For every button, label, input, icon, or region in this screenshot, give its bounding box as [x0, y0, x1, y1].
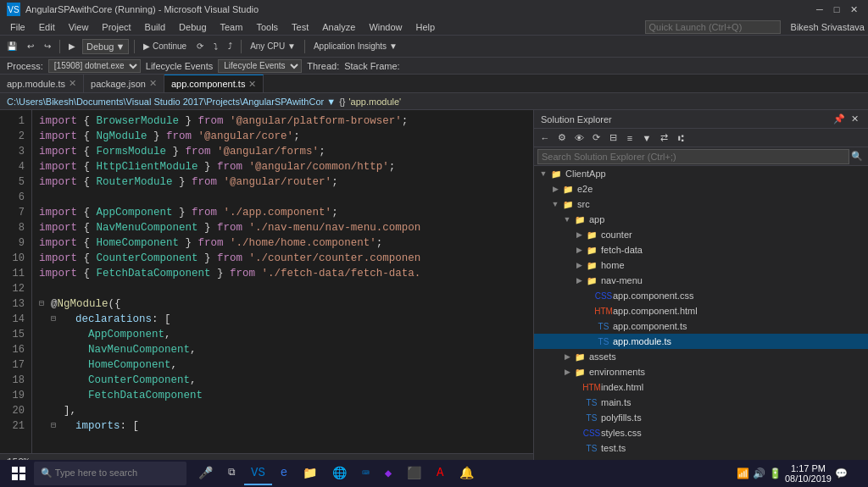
- debug-mode-dropdown[interactable]: Debug ▼: [82, 39, 129, 54]
- tab-app-component[interactable]: app.component.ts ✕: [164, 75, 264, 92]
- menu-help[interactable]: Help: [409, 19, 442, 36]
- tree-item-app-html[interactable]: HTM app.component.html: [534, 303, 868, 318]
- tree-item-test-ts[interactable]: TS test.ts: [534, 440, 868, 456]
- taskbar-explorer[interactable]: 📁: [296, 462, 324, 485]
- taskbar-code[interactable]: ⌨: [355, 462, 376, 485]
- tree-item-app-ts[interactable]: TS app.component.ts: [534, 318, 868, 334]
- taskbar-cortana[interactable]: 🎤: [192, 462, 220, 485]
- taskbar-task-view[interactable]: ⧉: [221, 462, 242, 485]
- line-num-14: 14: [7, 312, 25, 327]
- menu-team[interactable]: Team: [214, 19, 250, 36]
- tree-item-e2e[interactable]: ▶ 📁 e2e: [534, 181, 868, 196]
- se-pin-button[interactable]: 📌: [832, 113, 846, 126]
- se-refresh-button[interactable]: ⟳: [588, 130, 604, 146]
- lifecycle-selector[interactable]: Lifecycle Events: [218, 59, 302, 73]
- tab-close-package-json[interactable]: ✕: [149, 78, 157, 89]
- menu-build[interactable]: Build: [138, 19, 172, 36]
- menu-view[interactable]: View: [62, 19, 96, 36]
- quick-launch-input[interactable]: [645, 20, 781, 34]
- vscode-icon: ⌨: [362, 466, 369, 480]
- menu-edit[interactable]: Edit: [32, 19, 62, 36]
- se-pending-button[interactable]: ≡: [622, 130, 637, 146]
- tree-item-app-css[interactable]: CSS app.component.css: [534, 288, 868, 303]
- tree-item-index-html[interactable]: HTM index.html: [534, 379, 868, 395]
- cortana-icon: 🎤: [198, 466, 213, 480]
- taskbar-purple[interactable]: ◆: [378, 462, 398, 485]
- step-in-button[interactable]: ⤵: [210, 40, 221, 53]
- se-back-button[interactable]: ←: [537, 130, 553, 146]
- se-git-button[interactable]: ⑆: [673, 130, 688, 146]
- code-content[interactable]: import { BrowserModule } from '@angular/…: [32, 110, 533, 453]
- tab-app-module[interactable]: app.module.ts ✕: [0, 75, 84, 92]
- taskbar-search[interactable]: 🔍 Type here to search: [34, 462, 186, 485]
- save-all-button[interactable]: 💾: [3, 40, 20, 53]
- tree-item-app[interactable]: ▼ 📁 app: [534, 212, 868, 227]
- app-insights-button[interactable]: Application Insights ▼: [310, 40, 401, 53]
- tree-item-environments[interactable]: ▶ 📁 environments: [534, 364, 868, 379]
- maximize-button[interactable]: □: [829, 2, 844, 17]
- menu-bar: File Edit View Project Build Debug Team …: [0, 19, 868, 36]
- taskbar-items: 🔍 Type here to search 🎤 ⧉ VS e 📁 🌐 ⌨ ◆ ⬛: [34, 462, 730, 485]
- start-button[interactable]: ▶: [65, 40, 79, 53]
- time-display[interactable]: 1:17 PM 08/10/2019: [785, 463, 832, 484]
- continue-button[interactable]: ▶ Continue: [140, 40, 190, 53]
- tree-item-main-ts[interactable]: TS main.ts: [534, 395, 868, 410]
- tree-item-nav-menu[interactable]: ▶ 📁 nav-menu: [534, 273, 868, 288]
- undo-button[interactable]: ↩: [24, 40, 37, 53]
- tree-item-assets[interactable]: ▶ 📁 assets: [534, 349, 868, 364]
- thread-label: Thread:: [307, 61, 339, 71]
- code-line-10: import { CounterComponent } from './coun…: [39, 251, 526, 266]
- taskbar-cmd[interactable]: ⬛: [400, 462, 428, 485]
- se-search-icon[interactable]: 🔍: [849, 149, 865, 164]
- se-search-input[interactable]: [537, 149, 849, 164]
- menu-analyze[interactable]: Analyze: [315, 19, 362, 36]
- taskbar-adobe[interactable]: A: [430, 462, 450, 485]
- se-show-all-button[interactable]: 👁: [571, 130, 587, 146]
- tree-label-e2e: e2e: [577, 184, 593, 194]
- title-bar: VS AngularSPAwithCore (Running) - Micros…: [0, 0, 868, 19]
- menu-window[interactable]: Window: [362, 19, 409, 36]
- tree-item-src[interactable]: ▼ 📁 src: [534, 196, 868, 212]
- svg-rect-0: [12, 467, 18, 473]
- menu-tools[interactable]: Tools: [249, 19, 285, 36]
- start-button[interactable]: [3, 460, 34, 487]
- tree-item-counter[interactable]: ▶ 📁 counter: [534, 227, 868, 242]
- line-num-2: 2: [7, 129, 25, 144]
- step-out-button[interactable]: ⤴: [225, 40, 236, 53]
- tree-item-fetch-data[interactable]: ▶ 📁 fetch-data: [534, 242, 868, 257]
- notifications-icon[interactable]: 💬: [835, 468, 848, 480]
- line-numbers: 1 2 3 4 5 6 7 8 9 10 11 12 13 14 15 16 1…: [0, 110, 32, 453]
- taskbar-vs[interactable]: VS: [244, 462, 272, 485]
- taskbar-chrome[interactable]: 🌐: [326, 462, 353, 485]
- tree-item-app-module[interactable]: TS app.module.ts: [534, 334, 868, 349]
- se-collapse-button[interactable]: ⊟: [605, 130, 620, 146]
- menu-debug[interactable]: Debug: [172, 19, 213, 36]
- se-close-button[interactable]: ✕: [848, 113, 861, 126]
- tab-close-app-component[interactable]: ✕: [248, 79, 256, 90]
- taskbar-notif[interactable]: 🔔: [453, 462, 481, 485]
- tree-item-styles-css[interactable]: CSS styles.css: [534, 425, 868, 440]
- code-line-18: CounterComponent,: [39, 373, 526, 388]
- menu-file[interactable]: File: [3, 19, 32, 36]
- any-cpu-dropdown[interactable]: Any CPU ▼: [247, 40, 299, 53]
- taskbar-edge[interactable]: e: [274, 462, 294, 485]
- se-sync-button[interactable]: ⇄: [656, 130, 671, 146]
- tab-package-json[interactable]: package.json ✕: [84, 75, 164, 92]
- step-over-button[interactable]: ⟳: [193, 40, 207, 53]
- window-controls[interactable]: ─ □ ✕: [812, 2, 861, 17]
- se-properties-button[interactable]: ⚙: [554, 130, 570, 146]
- close-button[interactable]: ✕: [846, 2, 861, 17]
- tree-item-polyfills-ts[interactable]: TS polyfills.ts: [534, 410, 868, 425]
- line-num-3: 3: [7, 144, 25, 159]
- tab-close-app-module[interactable]: ✕: [69, 78, 76, 89]
- menu-project[interactable]: Project: [95, 19, 137, 36]
- menu-test[interactable]: Test: [285, 19, 315, 36]
- tree-label-app-module: app.module.ts: [613, 336, 671, 346]
- tree-item-clientapp[interactable]: ▼ 📁 ClientApp: [534, 166, 868, 181]
- minimize-button[interactable]: ─: [812, 2, 827, 17]
- redo-button[interactable]: ↪: [41, 40, 54, 53]
- tree-label-fetch-data: fetch-data: [601, 245, 643, 255]
- se-filter-button[interactable]: ▼: [639, 130, 654, 146]
- tree-item-home[interactable]: ▶ 📁 home: [534, 257, 868, 273]
- process-selector[interactable]: [15908] dotnet.exe: [48, 59, 141, 73]
